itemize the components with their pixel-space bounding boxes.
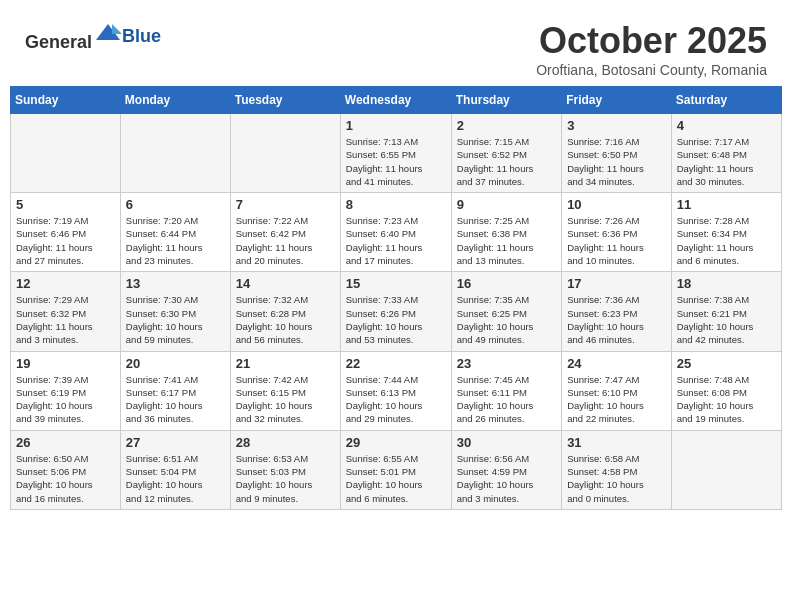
calendar-cell bbox=[120, 114, 230, 193]
day-info: Sunrise: 7:42 AMSunset: 6:15 PMDaylight:… bbox=[236, 373, 335, 426]
title-block: October 2025 Oroftiana, Botosani County,… bbox=[536, 20, 767, 78]
day-header-tuesday: Tuesday bbox=[230, 87, 340, 114]
day-number: 14 bbox=[236, 276, 335, 291]
calendar-cell: 25Sunrise: 7:48 AMSunset: 6:08 PMDayligh… bbox=[671, 351, 781, 430]
calendar-cell: 1Sunrise: 7:13 AMSunset: 6:55 PMDaylight… bbox=[340, 114, 451, 193]
day-info: Sunrise: 6:55 AMSunset: 5:01 PMDaylight:… bbox=[346, 452, 446, 505]
day-info: Sunrise: 7:29 AMSunset: 6:32 PMDaylight:… bbox=[16, 293, 115, 346]
calendar-header-row: SundayMondayTuesdayWednesdayThursdayFrid… bbox=[11, 87, 782, 114]
day-info: Sunrise: 6:50 AMSunset: 5:06 PMDaylight:… bbox=[16, 452, 115, 505]
day-header-sunday: Sunday bbox=[11, 87, 121, 114]
calendar-table: SundayMondayTuesdayWednesdayThursdayFrid… bbox=[10, 86, 782, 510]
day-info: Sunrise: 7:13 AMSunset: 6:55 PMDaylight:… bbox=[346, 135, 446, 188]
day-info: Sunrise: 7:25 AMSunset: 6:38 PMDaylight:… bbox=[457, 214, 556, 267]
day-number: 1 bbox=[346, 118, 446, 133]
day-number: 28 bbox=[236, 435, 335, 450]
calendar-cell: 15Sunrise: 7:33 AMSunset: 6:26 PMDayligh… bbox=[340, 272, 451, 351]
day-number: 11 bbox=[677, 197, 776, 212]
calendar-cell: 11Sunrise: 7:28 AMSunset: 6:34 PMDayligh… bbox=[671, 193, 781, 272]
day-number: 31 bbox=[567, 435, 666, 450]
day-number: 8 bbox=[346, 197, 446, 212]
day-number: 29 bbox=[346, 435, 446, 450]
day-number: 25 bbox=[677, 356, 776, 371]
day-number: 3 bbox=[567, 118, 666, 133]
calendar-cell: 30Sunrise: 6:56 AMSunset: 4:59 PMDayligh… bbox=[451, 430, 561, 509]
day-number: 22 bbox=[346, 356, 446, 371]
day-number: 20 bbox=[126, 356, 225, 371]
logo-blue-text: Blue bbox=[122, 26, 161, 46]
day-number: 7 bbox=[236, 197, 335, 212]
day-info: Sunrise: 7:17 AMSunset: 6:48 PMDaylight:… bbox=[677, 135, 776, 188]
day-info: Sunrise: 7:19 AMSunset: 6:46 PMDaylight:… bbox=[16, 214, 115, 267]
day-number: 12 bbox=[16, 276, 115, 291]
day-number: 2 bbox=[457, 118, 556, 133]
calendar-cell: 24Sunrise: 7:47 AMSunset: 6:10 PMDayligh… bbox=[562, 351, 672, 430]
calendar-week-row: 1Sunrise: 7:13 AMSunset: 6:55 PMDaylight… bbox=[11, 114, 782, 193]
calendar-cell: 29Sunrise: 6:55 AMSunset: 5:01 PMDayligh… bbox=[340, 430, 451, 509]
calendar-cell: 22Sunrise: 7:44 AMSunset: 6:13 PMDayligh… bbox=[340, 351, 451, 430]
day-info: Sunrise: 7:36 AMSunset: 6:23 PMDaylight:… bbox=[567, 293, 666, 346]
day-info: Sunrise: 7:48 AMSunset: 6:08 PMDaylight:… bbox=[677, 373, 776, 426]
day-info: Sunrise: 7:28 AMSunset: 6:34 PMDaylight:… bbox=[677, 214, 776, 267]
calendar-cell: 3Sunrise: 7:16 AMSunset: 6:50 PMDaylight… bbox=[562, 114, 672, 193]
day-header-friday: Friday bbox=[562, 87, 672, 114]
calendar-cell: 9Sunrise: 7:25 AMSunset: 6:38 PMDaylight… bbox=[451, 193, 561, 272]
day-info: Sunrise: 7:47 AMSunset: 6:10 PMDaylight:… bbox=[567, 373, 666, 426]
calendar-cell: 10Sunrise: 7:26 AMSunset: 6:36 PMDayligh… bbox=[562, 193, 672, 272]
location-title: Oroftiana, Botosani County, Romania bbox=[536, 62, 767, 78]
day-number: 30 bbox=[457, 435, 556, 450]
calendar-cell: 4Sunrise: 7:17 AMSunset: 6:48 PMDaylight… bbox=[671, 114, 781, 193]
day-number: 23 bbox=[457, 356, 556, 371]
day-info: Sunrise: 7:16 AMSunset: 6:50 PMDaylight:… bbox=[567, 135, 666, 188]
day-info: Sunrise: 6:51 AMSunset: 5:04 PMDaylight:… bbox=[126, 452, 225, 505]
day-info: Sunrise: 6:53 AMSunset: 5:03 PMDaylight:… bbox=[236, 452, 335, 505]
day-header-thursday: Thursday bbox=[451, 87, 561, 114]
day-info: Sunrise: 6:56 AMSunset: 4:59 PMDaylight:… bbox=[457, 452, 556, 505]
logo-icon bbox=[94, 20, 122, 48]
day-info: Sunrise: 7:41 AMSunset: 6:17 PMDaylight:… bbox=[126, 373, 225, 426]
day-number: 26 bbox=[16, 435, 115, 450]
day-number: 16 bbox=[457, 276, 556, 291]
page-header: General Blue October 2025 Oroftiana, Bot… bbox=[10, 10, 782, 86]
day-number: 6 bbox=[126, 197, 225, 212]
day-number: 19 bbox=[16, 356, 115, 371]
calendar-cell: 8Sunrise: 7:23 AMSunset: 6:40 PMDaylight… bbox=[340, 193, 451, 272]
day-info: Sunrise: 7:30 AMSunset: 6:30 PMDaylight:… bbox=[126, 293, 225, 346]
day-info: Sunrise: 7:35 AMSunset: 6:25 PMDaylight:… bbox=[457, 293, 556, 346]
calendar-cell: 17Sunrise: 7:36 AMSunset: 6:23 PMDayligh… bbox=[562, 272, 672, 351]
day-number: 27 bbox=[126, 435, 225, 450]
logo-general-text: General bbox=[25, 32, 92, 52]
calendar-cell: 6Sunrise: 7:20 AMSunset: 6:44 PMDaylight… bbox=[120, 193, 230, 272]
day-number: 9 bbox=[457, 197, 556, 212]
day-number: 15 bbox=[346, 276, 446, 291]
day-header-saturday: Saturday bbox=[671, 87, 781, 114]
day-number: 13 bbox=[126, 276, 225, 291]
day-number: 17 bbox=[567, 276, 666, 291]
calendar-cell: 16Sunrise: 7:35 AMSunset: 6:25 PMDayligh… bbox=[451, 272, 561, 351]
day-number: 21 bbox=[236, 356, 335, 371]
day-info: Sunrise: 7:33 AMSunset: 6:26 PMDaylight:… bbox=[346, 293, 446, 346]
calendar-cell: 21Sunrise: 7:42 AMSunset: 6:15 PMDayligh… bbox=[230, 351, 340, 430]
calendar-cell: 28Sunrise: 6:53 AMSunset: 5:03 PMDayligh… bbox=[230, 430, 340, 509]
calendar-cell: 31Sunrise: 6:58 AMSunset: 4:58 PMDayligh… bbox=[562, 430, 672, 509]
calendar-cell: 27Sunrise: 6:51 AMSunset: 5:04 PMDayligh… bbox=[120, 430, 230, 509]
day-info: Sunrise: 7:32 AMSunset: 6:28 PMDaylight:… bbox=[236, 293, 335, 346]
day-info: Sunrise: 7:44 AMSunset: 6:13 PMDaylight:… bbox=[346, 373, 446, 426]
day-info: Sunrise: 6:58 AMSunset: 4:58 PMDaylight:… bbox=[567, 452, 666, 505]
calendar-cell: 2Sunrise: 7:15 AMSunset: 6:52 PMDaylight… bbox=[451, 114, 561, 193]
calendar-week-row: 5Sunrise: 7:19 AMSunset: 6:46 PMDaylight… bbox=[11, 193, 782, 272]
day-info: Sunrise: 7:15 AMSunset: 6:52 PMDaylight:… bbox=[457, 135, 556, 188]
calendar-cell: 26Sunrise: 6:50 AMSunset: 5:06 PMDayligh… bbox=[11, 430, 121, 509]
day-info: Sunrise: 7:26 AMSunset: 6:36 PMDaylight:… bbox=[567, 214, 666, 267]
calendar-cell: 7Sunrise: 7:22 AMSunset: 6:42 PMDaylight… bbox=[230, 193, 340, 272]
calendar-cell: 5Sunrise: 7:19 AMSunset: 6:46 PMDaylight… bbox=[11, 193, 121, 272]
calendar-cell bbox=[671, 430, 781, 509]
day-info: Sunrise: 7:38 AMSunset: 6:21 PMDaylight:… bbox=[677, 293, 776, 346]
day-header-monday: Monday bbox=[120, 87, 230, 114]
day-number: 4 bbox=[677, 118, 776, 133]
calendar-cell: 18Sunrise: 7:38 AMSunset: 6:21 PMDayligh… bbox=[671, 272, 781, 351]
calendar-cell bbox=[230, 114, 340, 193]
logo: General Blue bbox=[25, 20, 161, 53]
calendar-cell: 13Sunrise: 7:30 AMSunset: 6:30 PMDayligh… bbox=[120, 272, 230, 351]
calendar-week-row: 19Sunrise: 7:39 AMSunset: 6:19 PMDayligh… bbox=[11, 351, 782, 430]
